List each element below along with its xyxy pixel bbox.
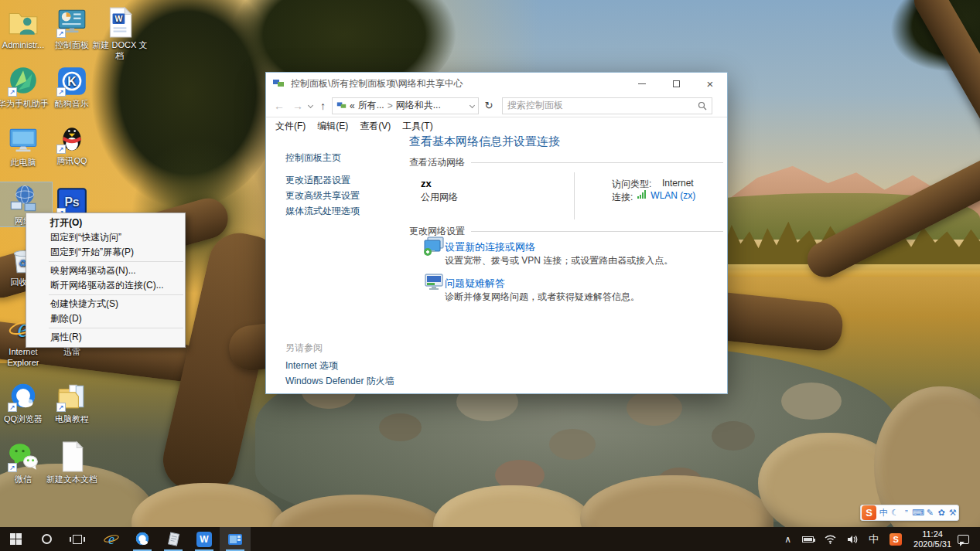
refresh-button[interactable]: ↻ <box>479 100 499 111</box>
huawei-assistant-icon: ↗ <box>7 65 39 97</box>
back-button[interactable]: ← <box>274 100 285 112</box>
section-change-network-settings: 更改网络设置 <box>409 225 723 238</box>
breadcrumb-network-sharing[interactable]: 网络和共... <box>396 99 441 112</box>
ime-mode-indicator[interactable]: 中 <box>863 532 884 546</box>
sogou-logo: S <box>890 533 902 546</box>
taskbar-app-internet-explorer[interactable]: e <box>96 527 127 551</box>
title-bar[interactable]: 控制面板\所有控制面板项\网络和共享中心 × <box>266 73 727 94</box>
desktop-icon-tencent-qq[interactable]: ↗ 腾讯QQ <box>43 122 101 166</box>
navigation-bar: ← → ↑ « 所有... > 网络和共... ↻ 搜索控制面板 <box>266 94 727 117</box>
menu-tools[interactable]: 工具(T) <box>402 120 432 133</box>
connections-label: 连接: <box>612 191 633 204</box>
up-button[interactable]: ↑ <box>320 100 326 112</box>
sidebar-item-change-adapter-settings[interactable]: 更改适配器设置 <box>285 174 350 187</box>
skin-icon[interactable]: ✿ <box>936 508 948 518</box>
address-dropdown-icon[interactable] <box>470 103 475 108</box>
access-type-value: Internet <box>662 178 694 189</box>
notepad-icon <box>165 531 182 548</box>
context-menu-separator <box>49 261 183 262</box>
context-menu-item-open[interactable]: 打开(O) <box>26 216 185 230</box>
clock-date: 2020/5/31 <box>913 539 951 549</box>
shortcut-arrow-icon: ↗ <box>8 403 17 412</box>
shortcut-arrow-icon: ↗ <box>8 87 17 97</box>
task-view-icon <box>73 535 82 544</box>
keyboard-icon[interactable]: ⌨ <box>912 508 924 518</box>
sidebar-item-control-panel-home[interactable]: 控制面板主页 <box>285 151 341 165</box>
wifi-icon[interactable] <box>819 535 842 544</box>
taskbar-app-wps[interactable]: W <box>189 527 220 551</box>
toolbox-icon[interactable]: ⚒ <box>947 508 958 518</box>
address-bar[interactable]: « 所有... > 网络和共... <box>332 97 479 114</box>
punctuation-icon[interactable]: ” <box>900 508 912 518</box>
start-button[interactable] <box>0 527 31 551</box>
taskbar: e W ∧ 中 S 11:24 2020/5/31 <box>0 527 980 551</box>
qq-penguin-icon: ↗ <box>56 122 88 155</box>
context-menu-item-pin-quick-access[interactable]: 固定到“快速访问” <box>26 230 185 245</box>
menu-edit[interactable]: 编辑(E) <box>317 120 348 133</box>
taskbar-app-qq-browser[interactable] <box>127 527 158 551</box>
shortcut-arrow-icon: ↗ <box>56 403 66 412</box>
svg-text:W: W <box>114 14 122 23</box>
cortana-search-button[interactable] <box>31 527 62 551</box>
context-menu-item-create-shortcut[interactable]: 创建快捷方式(S) <box>26 297 185 311</box>
moon-icon[interactable]: ☾ <box>890 508 901 518</box>
desktop-icon-label: 酷狗音乐 <box>43 98 101 109</box>
taskbar-clock[interactable]: 11:24 2020/5/31 <box>907 529 958 549</box>
sidebar-item-change-sharing-settings[interactable]: 更改高级共享设置 <box>285 189 360 202</box>
sogou-logo-icon[interactable]: S <box>862 505 876 520</box>
close-icon: × <box>707 77 714 90</box>
sidebar-item-media-streaming-options[interactable]: 媒体流式处理选项 <box>285 205 360 218</box>
shortcut-arrow-icon: ↗ <box>8 463 17 472</box>
wlan-connection-link[interactable]: WLAN (zx) <box>637 190 695 201</box>
network-sharing-center-window: 控制面板\所有控制面板项\网络和共享中心 × ← → ↑ « 所有... > 网… <box>265 72 728 394</box>
minimize-button[interactable] <box>625 73 659 94</box>
breadcrumb-prefix: « <box>350 100 355 111</box>
context-menu-item-disconnect-drive[interactable]: 断开网络驱动器的连接(C)... <box>26 278 185 293</box>
control-panel-icon: ↗ <box>56 6 88 39</box>
desktop-icon-label: 新建文本文档 <box>43 474 101 485</box>
shortcut-arrow-icon: ↗ <box>56 87 66 97</box>
address-network-icon <box>336 100 347 111</box>
menu-view[interactable]: 查看(V) <box>360 120 391 133</box>
context-menu-item-delete[interactable]: 删除(D) <box>26 311 185 326</box>
setup-new-connection-desc: 设置宽带、拨号或 VPN 连接；或设置路由器或接入点。 <box>445 254 673 267</box>
sidebar-item-windows-defender-firewall[interactable]: Windows Defender 防火墙 <box>285 375 394 388</box>
network-globe-icon <box>7 182 39 215</box>
tray-chevron-up-icon[interactable]: ∧ <box>779 534 797 545</box>
page-title: 查看基本网络信息并设置连接 <box>409 134 560 149</box>
menu-file[interactable]: 文件(F) <box>275 120 306 133</box>
action-center-icon[interactable] <box>958 535 969 544</box>
context-menu-item-properties[interactable]: 属性(R) <box>26 330 185 345</box>
volume-icon[interactable] <box>842 535 863 544</box>
context-menu-item-map-drive[interactable]: 映射网络驱动器(N)... <box>26 264 185 278</box>
window-content: 控制面板主页 更改适配器设置 更改高级共享设置 媒体流式处理选项 另请参阅 In… <box>266 134 727 393</box>
sogou-tray-icon[interactable]: S <box>884 533 907 546</box>
svg-text:e: e <box>108 532 114 547</box>
breadcrumb-all-items[interactable]: 所有... <box>358 99 384 112</box>
desktop-icon-new-docx[interactable]: W 新建 DOCX 文档 <box>91 6 149 61</box>
close-button[interactable]: × <box>693 73 727 94</box>
troubleshoot-link[interactable]: 问题疑难解答 <box>445 277 505 291</box>
sidebar-item-internet-options[interactable]: Internet 选项 <box>285 359 338 372</box>
taskbar-app-notepad[interactable] <box>158 527 189 551</box>
maximize-button[interactable] <box>659 73 693 94</box>
forward-button[interactable]: → <box>292 100 303 112</box>
svg-text:Ps: Ps <box>64 196 79 209</box>
user-folder-icon <box>7 6 39 39</box>
desktop-icon-computer-tutorial[interactable]: ↗ 电脑教程 <box>43 380 101 424</box>
desktop-icon-kugou-music[interactable]: K ↗ 酷狗音乐 <box>43 65 101 109</box>
ime-mode-chinese[interactable]: 中 <box>878 507 890 519</box>
taskbar-app-control-panel[interactable] <box>220 527 251 551</box>
section-active-networks: 查看活动网络 <box>409 156 723 169</box>
context-menu-item-pin-start[interactable]: 固定到“开始”屏幕(P) <box>26 245 185 260</box>
sogou-ime-toolbar: S 中 ☾ ” ⌨ ✎ ✿ ⚒ <box>860 505 959 521</box>
battery-icon[interactable] <box>797 536 819 542</box>
setup-new-connection-link[interactable]: 设置新的连接或网络 <box>445 240 535 254</box>
access-type-label: 访问类型: <box>612 178 651 191</box>
desktop-icon-new-text-doc[interactable]: 新建文本文档 <box>43 440 101 485</box>
task-view-button[interactable] <box>62 527 93 551</box>
section-rule <box>471 162 723 163</box>
handwriting-icon[interactable]: ✎ <box>924 508 936 518</box>
search-box[interactable]: 搜索控制面板 <box>502 97 712 114</box>
recent-pages-dropdown-icon[interactable] <box>308 103 313 108</box>
